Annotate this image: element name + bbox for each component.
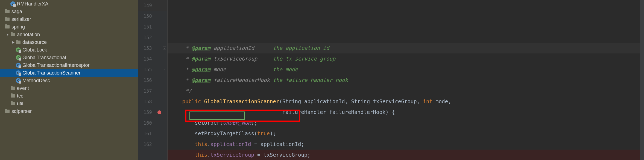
class-icon: C	[15, 78, 21, 83]
folder-icon	[10, 94, 16, 98]
tree-arrow-icon[interactable]	[5, 94, 10, 98]
fold-icon[interactable]: −	[163, 68, 166, 71]
tree-item-spring[interactable]: spring	[0, 23, 138, 31]
tree-item-label: event	[17, 85, 29, 91]
tree-item-util[interactable]: util	[0, 100, 138, 107]
tree-arrow-icon[interactable]	[11, 63, 15, 67]
tree-item-saga[interactable]: saga	[0, 8, 138, 15]
tree-item-label: GlobalLock	[22, 47, 47, 53]
project-tree[interactable]: CRMHandlerXA saga serializer spring▼anno…	[0, 0, 138, 160]
tree-arrow-icon[interactable]	[5, 102, 10, 105]
code-line[interactable]: * @param failureHandlerHook the failure …	[168, 75, 644, 85]
tree-item-label: tcc	[17, 93, 23, 99]
gutter-line[interactable]: 153−	[138, 43, 167, 53]
tree-item-methoddesc[interactable]: CMethodDesc	[0, 77, 138, 84]
tree-item-tcc[interactable]: tcc	[0, 92, 138, 100]
tree-item-label: MethodDesc	[22, 78, 50, 84]
tree-item-label: spring	[11, 24, 25, 30]
tree-item-rmhandlerxa[interactable]: CRMHandlerXA	[0, 0, 138, 8]
tree-item-label: annotation	[17, 32, 40, 38]
gutter-line[interactable]: 157	[138, 85, 167, 96]
gutter-line[interactable]: 160	[138, 118, 167, 128]
class-icon: C	[15, 70, 21, 75]
fold-icon[interactable]: −	[163, 47, 166, 50]
tree-item-annotation[interactable]: ▼annotation	[0, 31, 138, 38]
code-line[interactable]: * @param applicationId the application i…	[168, 43, 644, 53]
gutter-line[interactable]: 159	[138, 107, 167, 118]
gutter-line[interactable]: 154	[138, 53, 167, 64]
tree-arrow-icon[interactable]	[11, 56, 15, 59]
tree-arrow-icon[interactable]	[5, 86, 10, 90]
tree-item-label: serializer	[11, 16, 31, 22]
tree-arrow-icon[interactable]: ▼	[5, 33, 10, 36]
folder-icon	[10, 102, 16, 105]
tree-arrow-icon[interactable]: ▶	[11, 40, 15, 44]
tree-item-label: GlobalTransactionScanner	[22, 70, 80, 76]
tree-item-event[interactable]: event	[0, 84, 138, 92]
tree-item-sqlparser[interactable]: sqlparser	[0, 107, 138, 115]
code-line[interactable]: FailureHandler failureHandlerHook) {	[168, 107, 644, 118]
scrollbar[interactable]	[640, 0, 644, 160]
code-area[interactable]: * @param applicationId the application i…	[168, 0, 644, 160]
tree-item-datasource[interactable]: ▶datasource	[0, 38, 138, 46]
tree-arrow-icon[interactable]	[5, 2, 10, 6]
tree-item-serializer[interactable]: serializer	[0, 15, 138, 23]
tree-item-label: GlobalTransactional	[22, 55, 66, 61]
annotation-icon: @	[15, 47, 21, 52]
code-line[interactable]: * @param mode the mode	[168, 64, 644, 75]
folder-icon	[4, 18, 10, 21]
gutter[interactable]: 149150151152153−154155−15615715815916016…	[138, 0, 168, 160]
class-icon: C	[10, 1, 16, 6]
tree-item-label: datasource	[22, 39, 47, 45]
gutter-line[interactable]: 155−	[138, 64, 167, 75]
gutter-line[interactable]: 149	[138, 0, 167, 11]
folder-icon	[15, 41, 21, 44]
gutter-line[interactable]: 156	[138, 75, 167, 85]
folder-icon	[10, 33, 16, 36]
breakpoint-icon[interactable]	[157, 110, 161, 114]
tree-arrow-icon[interactable]	[11, 48, 15, 52]
folder-icon	[10, 87, 16, 90]
tree-item-globaltransactional[interactable]: @GlobalTransactional	[0, 54, 138, 61]
tree-item-globallock[interactable]: @GlobalLock	[0, 46, 138, 54]
annotation-icon: @	[15, 55, 21, 60]
code-line[interactable]: */	[168, 85, 644, 96]
tree-item-label: sqlparser	[11, 108, 32, 114]
gutter-line[interactable]: 152	[138, 32, 167, 43]
tree-arrow-icon[interactable]	[0, 17, 4, 21]
tree-item-label: saga	[11, 9, 22, 15]
code-line[interactable]: setProxyTargetClass(true);	[168, 128, 644, 139]
tree-item-label: RMHandlerXA	[17, 1, 48, 7]
class-icon: C	[15, 63, 21, 68]
gutter-line[interactable]: 161	[138, 128, 167, 139]
code-line[interactable]: public GlobalTransactionScanner(String a…	[168, 96, 644, 107]
gutter-line[interactable]: 150	[138, 11, 167, 21]
editor[interactable]: 149150151152153−154155−15615715815916016…	[138, 0, 644, 160]
gutter-line[interactable]: 158	[138, 96, 167, 107]
tree-arrow-icon[interactable]	[0, 109, 4, 113]
tree-item-label: GlobalTransactionalInterceptor	[22, 62, 89, 68]
tree-arrow-icon[interactable]	[11, 71, 15, 75]
code-line[interactable]: setOrder(ORDER_NUM);	[168, 118, 644, 128]
tree-arrow-icon[interactable]	[0, 25, 4, 29]
code-line[interactable]: * @param txServiceGroup the tx service g…	[168, 53, 644, 64]
tree-arrow-icon[interactable]	[11, 79, 15, 82]
folder-icon	[4, 25, 10, 28]
folder-icon	[4, 110, 10, 113]
code-line[interactable]: this.applicationId = applicationId;	[168, 139, 644, 150]
code-line[interactable]: this.txServiceGroup = txServiceGroup;	[168, 150, 644, 160]
tree-arrow-icon[interactable]	[0, 10, 4, 13]
tree-item-globaltransactionalinterceptor[interactable]: CGlobalTransactionalInterceptor	[0, 61, 138, 69]
gutter-line[interactable]: 151	[138, 21, 167, 32]
gutter-line[interactable]: 162	[138, 139, 167, 150]
tree-item-globaltransactionscanner[interactable]: CGlobalTransactionScanner	[0, 69, 138, 77]
tree-item-label: util	[17, 101, 23, 107]
folder-icon	[4, 10, 10, 13]
